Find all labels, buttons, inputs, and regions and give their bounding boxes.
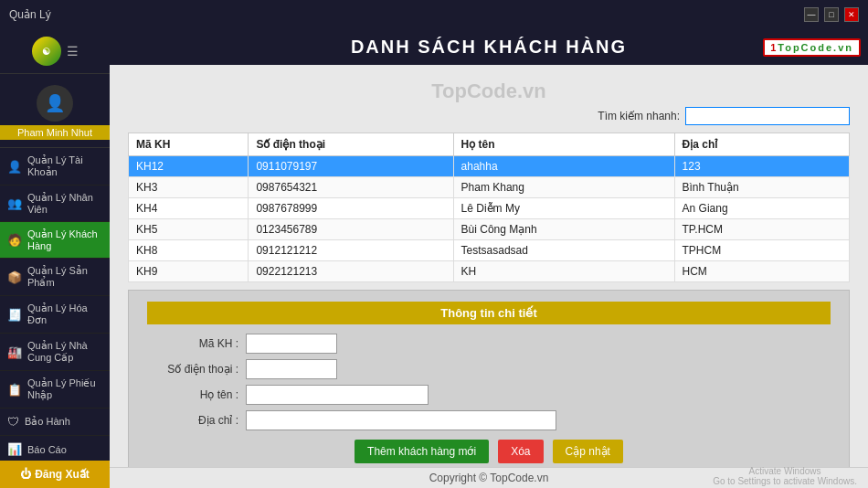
logout-icon: ⏻ <box>20 468 31 481</box>
bao-hanh-icon: 🛡 <box>7 415 19 429</box>
table-row[interactable]: KH80912121212TestsasadsadTPHCM <box>129 240 850 261</box>
detail-title: Thông tin chi tiết <box>147 302 831 324</box>
add-customer-button[interactable]: Thêm khách hàng mới <box>355 440 489 463</box>
tai-khoan-icon: 👤 <box>7 160 22 174</box>
search-bar: Tìm kiếm nhanh: <box>128 107 850 125</box>
table-row[interactable]: KH50123456789Bùi Công MạnhTP.HCM <box>129 219 850 240</box>
dia-chi-input[interactable] <box>246 410 556 430</box>
user-name: Pham Minh Nhut <box>0 125 110 140</box>
sidebar-item-nhan-vien[interactable]: 👥 Quản Lý Nhân Viên <box>0 186 110 222</box>
table-row[interactable]: KH40987678999Lê Diễm MyAn Giang <box>129 198 850 219</box>
sidebar-menu: 👤 Quản Lý Tài Khoản 👥 Quản Lý Nhân Viên … <box>0 148 110 461</box>
detail-form: Mã KH : Số điện thoại : Họ tên : Địa chỉ… <box>147 334 831 430</box>
sidebar-logo: ☯ ☰ <box>0 29 110 74</box>
hamburger-icon[interactable]: ☰ <box>67 44 79 58</box>
top-bar: Quản Lý — □ ✕ <box>0 0 868 29</box>
san-pham-icon: 📦 <box>7 271 22 284</box>
main-content: DANH SÁCH KHÁCH HÀNG 1TopCode.vn TopCode… <box>110 29 868 467</box>
sidebar-item-phieu-nhap-label: Quản Lý Phiếu Nhập <box>27 377 102 401</box>
sidebar-item-bao-cao[interactable]: 📊 Báo Cáo <box>0 436 110 461</box>
sidebar: ☯ ☰ 👤 Pham Minh Nhut 👤 Quản Lý Tài Khoản… <box>0 29 110 488</box>
sidebar-item-hoa-don[interactable]: 🧾 Quản Lý Hóa Đơn <box>0 296 110 334</box>
sidebar-item-san-pham-label: Quản Lý Sản Phẩm <box>27 265 102 289</box>
nha-cung-cap-icon: 🏭 <box>7 345 22 359</box>
activate-notice: Activate Windows Go to Settings to activ… <box>713 466 857 486</box>
sidebar-item-tai-khoan-label: Quản Lý Tài Khoản <box>27 154 102 178</box>
sidebar-item-hoa-don-label: Quản Lý Hóa Đơn <box>27 302 102 326</box>
search-input[interactable] <box>685 107 850 125</box>
sidebar-item-khach-hang[interactable]: 🧑 Quản Lý Khách Hàng <box>0 222 110 259</box>
sidebar-item-nhan-vien-label: Quản Lý Nhân Viên <box>27 192 102 215</box>
nhan-vien-icon: 👥 <box>7 196 22 210</box>
ma-kh-label: Mã KH : <box>147 337 238 350</box>
ho-ten-label: Họ tên : <box>147 388 238 401</box>
khach-hang-icon: 🧑 <box>7 233 22 247</box>
watermark-text: TopCode.vn <box>128 80 850 103</box>
dia-chi-label: Địa chỉ : <box>147 414 238 427</box>
sidebar-item-tai-khoan[interactable]: 👤 Quản Lý Tài Khoản <box>0 148 110 186</box>
content-body: TopCode.vn Tìm kiếm nhanh: Mã KH Số điện… <box>110 65 868 467</box>
sidebar-item-bao-hanh-label: Bảo Hành <box>25 416 70 428</box>
sdt-input[interactable] <box>246 359 337 379</box>
search-label: Tìm kiếm nhanh: <box>598 110 680 122</box>
page-title: DANH SÁCH KHÁCH HÀNG <box>351 37 627 58</box>
sidebar-item-khach-hang-label: Quản Lý Khách Hàng <box>27 228 102 251</box>
activate-line2: Go to Settings to activate Windows. <box>713 476 857 486</box>
topcode-logo-text: TopCode.vn <box>778 42 853 53</box>
maximize-btn[interactable]: □ <box>824 7 839 22</box>
customer-table: Mã KH Số điện thoại Họ tên Địa chỉ KH120… <box>128 133 850 282</box>
ma-kh-input[interactable] <box>246 334 337 354</box>
hoa-don-icon: 🧾 <box>7 308 22 322</box>
sidebar-item-nha-cung-cap-label: Quản Lý Nhà Cung Cấp <box>27 340 102 364</box>
detail-buttons: Thêm khách hàng mới Xóa Cập nhật <box>147 440 831 463</box>
page-header: DANH SÁCH KHÁCH HÀNG 1TopCode.vn <box>110 29 868 65</box>
logout-button[interactable]: ⏻ Đăng Xuất <box>0 461 110 488</box>
footer-text: Copyright © TopCode.vn <box>429 472 549 484</box>
update-customer-button[interactable]: Cập nhật <box>553 440 623 463</box>
col-sdt: Số điện thoại <box>249 133 453 156</box>
sidebar-item-bao-hanh[interactable]: 🛡 Bảo Hành <box>0 408 110 436</box>
col-ma-kh: Mã KH <box>129 133 249 156</box>
delete-customer-button[interactable]: Xóa <box>498 440 543 463</box>
activate-line1: Activate Windows <box>749 466 821 476</box>
topcode-logo-brand: 1TopCode.vn <box>763 38 861 57</box>
phieu-nhap-icon: 📋 <box>7 383 22 397</box>
window-controls: — □ ✕ <box>804 7 859 22</box>
app-title: Quản Lý <box>9 8 51 21</box>
sidebar-item-bao-cao-label: Báo Cáo <box>27 444 67 455</box>
sdt-label: Số điện thoại : <box>147 363 238 376</box>
sidebar-item-phieu-nhap[interactable]: 📋 Quản Lý Phiếu Nhập <box>0 371 110 408</box>
col-ho-ten: Họ tên <box>453 133 674 156</box>
close-btn[interactable]: ✕ <box>844 7 859 22</box>
ho-ten-input[interactable] <box>246 385 429 405</box>
bao-cao-icon: 📊 <box>7 442 22 456</box>
logout-label: Đăng Xuất <box>35 468 90 481</box>
table-row[interactable]: KH30987654321Pham KhangBình Thuận <box>129 177 850 198</box>
logo-icon: ☯ <box>32 37 61 66</box>
avatar: 👤 <box>37 85 73 122</box>
minimize-btn[interactable]: — <box>804 7 819 22</box>
sidebar-item-san-pham[interactable]: 📦 Quản Lý Sản Phẩm <box>0 259 110 296</box>
detail-panel: Thông tin chi tiết Mã KH : Số điện thoại… <box>128 290 850 467</box>
table-row[interactable]: KH90922121213KHHCM <box>129 261 850 282</box>
sidebar-item-nha-cung-cap[interactable]: 🏭 Quản Lý Nhà Cung Cấp <box>0 334 110 371</box>
table-row[interactable]: KH120911079197ahahha123 <box>129 156 850 177</box>
col-dia-chi: Địa chỉ <box>674 133 849 156</box>
user-section: 👤 Pham Minh Nhut <box>0 74 110 148</box>
footer: Copyright © TopCode.vn Activate Windows … <box>110 467 868 488</box>
